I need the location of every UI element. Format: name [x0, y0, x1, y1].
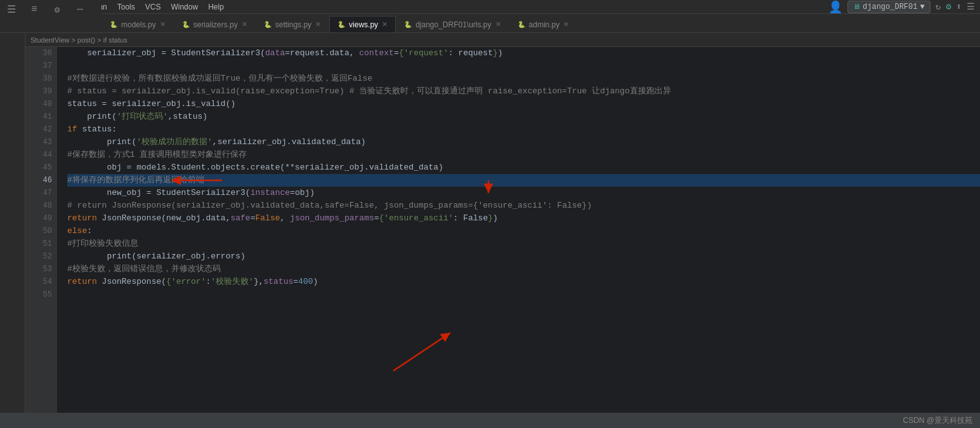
menu-bar: ate Code Refactor Run Tools VCS Window H…: [0, 0, 980, 14]
status-bar: CSDN @景天科技苑: [0, 413, 980, 428]
tab-urls-label: django_DRF01\urls.py: [415, 20, 491, 29]
menu-tools[interactable]: Tools: [117, 3, 135, 11]
code-line-50[interactable]: else:: [67, 225, 980, 237]
user-icon[interactable]: 👤: [828, 0, 842, 14]
tab-serializers[interactable]: 🐍 serializers.py ✕: [174, 16, 256, 32]
code-line-44[interactable]: #保存数据，方式1 直接调用模型类对象进行保存: [67, 149, 980, 161]
tab-settings-label: settings.py: [275, 20, 311, 29]
settings-icon[interactable]: ⚙: [946, 1, 951, 12]
menu-help[interactable]: Help: [208, 3, 224, 11]
code-line-40[interactable]: status = serializer_obj.is_valid(): [67, 98, 980, 110]
editor-container[interactable]: 3637383940414243444546474849505152535455…: [25, 47, 980, 413]
top-right-area: 👤 🖥 django_DRF01 ▼ ↻ ⚙ ⬆ ☰: [828, 0, 975, 14]
views-file-icon: 🐍: [337, 21, 345, 28]
tab-admin-label: admin.py: [529, 20, 560, 29]
tab-settings-close[interactable]: ✕: [315, 20, 321, 29]
code-line-52[interactable]: print(serializer_obj.errors): [67, 250, 980, 263]
code-line-42[interactable]: if status:: [67, 123, 980, 136]
tab-views-label: views.py: [349, 20, 378, 29]
code-line-48[interactable]: # return JsonResponse(serializer_obj.val…: [67, 199, 980, 212]
tab-models-close[interactable]: ✕: [160, 20, 166, 29]
tab-urls-close[interactable]: ✕: [495, 20, 501, 29]
tab-serializers-label: serializers.py: [193, 20, 238, 29]
left-toolbar: [0, 33, 25, 413]
code-line-51[interactable]: #打印校验失败信息: [67, 237, 980, 250]
tab-models[interactable]: 🐍 models.py ✕: [101, 16, 174, 32]
toolbar-collapse-icon[interactable]: ≡: [25, 1, 43, 18]
code-line-43[interactable]: print('校验成功后的数据',serializer_obj.validate…: [67, 136, 980, 149]
code-line-55[interactable]: [67, 288, 980, 301]
code-line-38[interactable]: #对数据进行校验，所有数据校验成功返回True，但凡有一个校验失败，返回Fals…: [67, 72, 980, 85]
breadcrumb-bar: StudentView > post() > if status: [25, 33, 980, 47]
code-line-53[interactable]: #校验失败，返回错误信息，并修改状态码: [67, 263, 980, 276]
menu-window[interactable]: Window: [171, 3, 198, 11]
project-selector[interactable]: 🖥 django_DRF01 ▼: [847, 1, 931, 13]
tab-views[interactable]: 🐍 views.py ✕: [329, 16, 396, 32]
update-icon[interactable]: ⬆: [957, 1, 962, 12]
tab-serializers-close[interactable]: ✕: [242, 20, 247, 29]
toolbar-minus-icon[interactable]: —: [71, 1, 89, 18]
code-line-39[interactable]: # status = serializer_obj.is_valid(raise…: [67, 85, 980, 98]
tab-admin[interactable]: 🐍 admin.py ✕: [509, 16, 578, 32]
code-line-47[interactable]: new_obj = StudentSerializer3(instance=ob…: [67, 187, 980, 199]
code-line-49[interactable]: return JsonResponse(new_obj.data,safe=Fa…: [67, 212, 980, 225]
tab-admin-close[interactable]: ✕: [563, 20, 569, 29]
serializers-file-icon: 🐍: [182, 21, 190, 28]
refresh-icon[interactable]: ↻: [936, 1, 941, 12]
code-line-54[interactable]: return JsonResponse({'error':'校验失败'},sta…: [67, 276, 980, 288]
line-gutter: 3637383940414243444546474849505152535455: [25, 47, 57, 413]
breadcrumb: StudentView > post() > if status: [30, 36, 127, 44]
dropdown-chevron: ▼: [920, 3, 924, 11]
code-line-46[interactable]: #将保存的数据序列化后再返回给前端: [67, 174, 980, 187]
code-line-45[interactable]: obj = models.Student.objects.create(**se…: [67, 161, 980, 174]
code-line-37[interactable]: [67, 60, 980, 72]
code-line-36[interactable]: serializer_obj = StudentSerializer3(data…: [67, 47, 980, 60]
tab-bar: ☰ ≡ ⚙ — 🐍 models.py ✕ 🐍 serializers.py ✕…: [0, 14, 980, 33]
more-icon[interactable]: ☰: [967, 1, 975, 12]
project-name: django_DRF01: [863, 3, 917, 11]
toolbar-gear-icon[interactable]: ⚙: [48, 1, 66, 18]
menu-vcs[interactable]: VCS: [145, 3, 161, 11]
toolbar-list-icon[interactable]: ☰: [3, 1, 20, 18]
tab-models-label: models.py: [121, 20, 156, 29]
tab-views-close[interactable]: ✕: [382, 20, 388, 29]
urls-file-icon: 🐍: [404, 21, 412, 28]
tab-urls[interactable]: 🐍 django_DRF01\urls.py ✕: [396, 16, 509, 32]
admin-file-icon: 🐍: [518, 21, 525, 28]
models-file-icon: 🐍: [110, 21, 117, 28]
code-line-41[interactable]: print('打印状态码',status): [67, 110, 980, 123]
watermark: CSDN @景天科技苑: [903, 415, 972, 426]
settings-file-icon: 🐍: [264, 21, 271, 28]
code-area[interactable]: serializer_obj = StudentSerializer3(data…: [57, 47, 980, 413]
tab-settings[interactable]: 🐍 settings.py ✕: [256, 16, 329, 32]
